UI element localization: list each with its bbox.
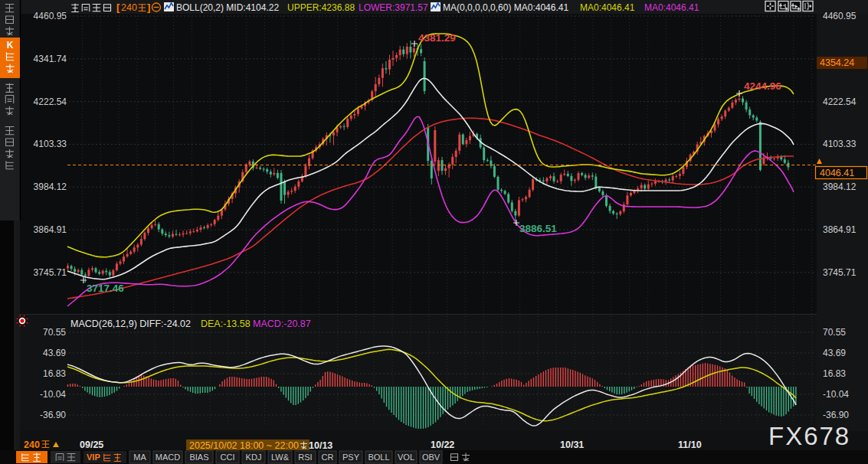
svg-text:DEA:-13.58: DEA:-13.58 [201,319,251,329]
svg-text:OBV: OBV [422,453,441,462]
svg-text:4046.41: 4046.41 [820,168,854,178]
svg-text:3984.12: 3984.12 [34,181,67,192]
svg-text:BOLL: BOLL [368,453,389,462]
svg-text:43.69: 43.69 [823,348,846,358]
svg-text:K: K [7,40,14,51]
svg-text:MACD:-20.87: MACD:-20.87 [253,319,311,329]
svg-text:4354.24: 4354.24 [820,57,854,68]
svg-text:4341.74: 4341.74 [34,54,67,64]
svg-text:MA0:4046.41: MA0:4046.41 [580,2,635,13]
svg-text:4103.33: 4103.33 [823,139,857,149]
svg-text:CCI: CCI [221,453,235,462]
svg-text:MA: MA [133,453,146,462]
svg-text:70.55: 70.55 [43,327,66,338]
svg-text:-36.90: -36.90 [823,410,849,420]
svg-text:4381.29: 4381.29 [418,32,456,44]
svg-text:3864.91: 3864.91 [34,224,67,235]
svg-text:3864.91: 3864.91 [823,224,857,235]
svg-text:MACD(26,12,9) DIFF:-24.02: MACD(26,12,9) DIFF:-24.02 [70,319,191,329]
svg-text:LW&: LW& [271,453,290,462]
svg-text:3984.12: 3984.12 [823,181,857,192]
svg-text:16.83: 16.83 [43,368,66,379]
svg-text:KDJ: KDJ [246,453,262,462]
svg-text:3745.71: 3745.71 [823,267,857,278]
svg-text:3745.71: 3745.71 [34,267,67,278]
svg-text:-36.90: -36.90 [40,410,66,420]
svg-text:CR: CR [322,453,334,462]
svg-text:16.83: 16.83 [823,368,846,379]
svg-text:]: ] [147,2,150,13]
svg-text:3717.46: 3717.46 [87,283,124,294]
svg-text:MA0:4046.41: MA0:4046.41 [644,2,699,13]
svg-text:VOL: VOL [398,453,414,462]
svg-text:10/31: 10/31 [560,439,584,450]
svg-text:3886.51: 3886.51 [519,223,557,234]
svg-text:4244.96: 4244.96 [744,80,781,92]
svg-text:MACD: MACD [156,453,180,462]
svg-text:-10.04: -10.04 [40,389,66,400]
svg-text:11/10: 11/10 [678,439,702,450]
svg-text:70.55: 70.55 [823,327,846,338]
svg-text:240: 240 [121,2,137,13]
svg-text:BOLL(20,2) MID:4104.22: BOLL(20,2) MID:4104.22 [176,2,279,13]
svg-text:LOWER:3971.57: LOWER:3971.57 [359,2,428,13]
svg-text:RSI: RSI [298,453,312,462]
svg-text:UPPER:4236.88: UPPER:4236.88 [287,2,355,13]
svg-text:[: [ [116,2,120,13]
svg-text:-10.04: -10.04 [823,389,849,400]
svg-text:4222.54: 4222.54 [34,96,67,107]
svg-text:4460.95: 4460.95 [34,11,67,21]
svg-text:4103.33: 4103.33 [34,139,67,149]
svg-text:MA(0,0,0,0,0,60) MA0:4046.41: MA(0,0,0,0,0,60) MA0:4046.41 [443,2,568,13]
svg-text:43.69: 43.69 [43,348,66,358]
svg-text:BIAS: BIAS [189,453,208,462]
svg-text:PSY: PSY [342,453,360,462]
svg-text:240: 240 [24,439,40,450]
svg-text:4222.54: 4222.54 [823,96,857,107]
svg-text:FX678: FX678 [768,422,850,450]
svg-text:4460.95: 4460.95 [823,11,857,21]
svg-text:VIP: VIP [87,453,100,462]
svg-text:09/25: 09/25 [80,439,103,450]
svg-text:2025/10/02 18:00 ~ 22:00: 2025/10/02 18:00 ~ 22:00 [189,440,299,451]
svg-text:10/13: 10/13 [309,440,332,451]
svg-text:10/22: 10/22 [431,439,454,450]
